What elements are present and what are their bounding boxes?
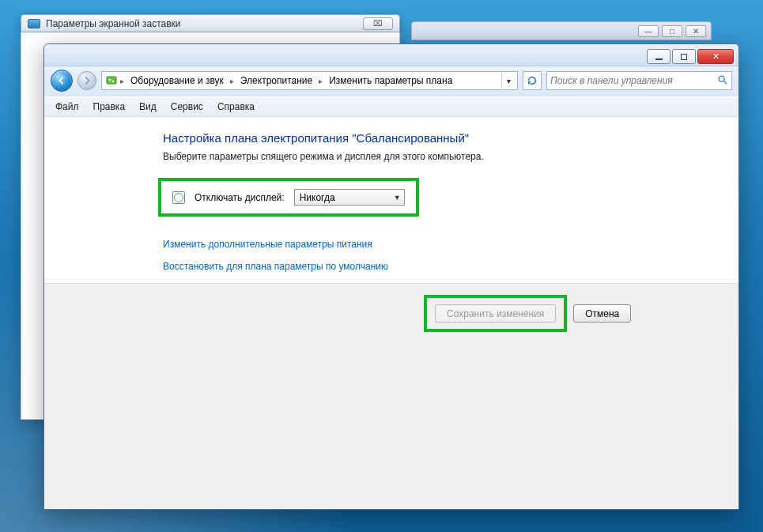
display-timer-icon <box>172 191 185 204</box>
svg-line-4 <box>724 81 727 84</box>
breadcrumb-power-options[interactable]: Электропитание <box>236 74 316 88</box>
forward-button[interactable] <box>77 71 96 90</box>
footer-bar: Сохранить изменения Отмена <box>44 283 738 510</box>
breadcrumb-hardware-sound[interactable]: Оборудование и звук <box>127 74 228 88</box>
search-icon <box>717 74 728 88</box>
menu-service[interactable]: Сервис <box>164 100 210 114</box>
breadcrumb-edit-plan[interactable]: Изменить параметры плана <box>325 74 456 88</box>
turn-off-display-dropdown[interactable]: Никогда ▼ <box>294 189 405 206</box>
breadcrumb-sep-icon: ▸ <box>119 77 125 85</box>
menu-file[interactable]: Файл <box>49 100 85 114</box>
close-icon: ✕ <box>712 51 720 62</box>
screensaver-window-title: Параметры экранной заставки <box>46 18 181 29</box>
menu-help[interactable]: Справка <box>211 100 261 114</box>
svg-rect-0 <box>107 77 116 84</box>
address-bar[interactable]: ▸ Оборудование и звук ▸ Электропитание ▸… <box>101 71 518 90</box>
menu-edit[interactable]: Правка <box>87 100 132 114</box>
svg-point-2 <box>112 81 115 83</box>
turn-off-display-row-highlight: Отключать дисплей: Никогда ▼ <box>158 178 419 217</box>
address-dropdown-button[interactable]: ▾ <box>501 72 516 89</box>
link-advanced-power-settings[interactable]: Изменить дополнительные параметры питани… <box>163 239 738 250</box>
bg-maximize-button[interactable]: □ <box>662 25 682 37</box>
svg-point-1 <box>109 79 111 81</box>
close-button[interactable]: ✕ <box>697 49 734 64</box>
forward-arrow-icon <box>81 75 93 86</box>
menu-view[interactable]: Вид <box>133 100 163 114</box>
menu-bar: Файл Правка Вид Сервис Справка <box>44 96 738 117</box>
minimize-icon <box>655 58 663 60</box>
save-button[interactable]: Сохранить изменения <box>435 304 556 323</box>
screensaver-close-button[interactable]: ⌧ <box>363 17 393 30</box>
minimize-button[interactable] <box>647 49 670 64</box>
maximize-button[interactable] <box>672 49 696 64</box>
button-row: Сохранить изменения Отмена <box>424 295 631 510</box>
refresh-button[interactable] <box>523 71 542 90</box>
navigation-bar: ▸ Оборудование и звук ▸ Электропитание ▸… <box>44 66 738 96</box>
titlebar: ✕ <box>44 44 738 66</box>
control-panel-icon <box>105 74 118 87</box>
caption-buttons: ✕ <box>647 49 734 64</box>
back-arrow-icon <box>56 75 67 86</box>
dropdown-caret-icon: ▼ <box>394 194 401 202</box>
page-subtext: Выберите параметры спящего режима и дисп… <box>163 151 738 162</box>
page-heading: Настройка плана электропитания "Сбаланси… <box>163 131 738 145</box>
breadcrumb-sep-icon: ▸ <box>229 77 235 85</box>
bg-close-button[interactable]: ✕ <box>686 25 706 37</box>
links-section: Изменить дополнительные параметры питани… <box>163 239 738 272</box>
svg-point-3 <box>719 76 724 81</box>
search-box[interactable] <box>546 71 732 90</box>
control-panel-window: ✕ ▸ Оборудование и звук ▸ Электропитание… <box>43 43 739 510</box>
content-area: Настройка плана электропитания "Сбаланси… <box>44 117 738 510</box>
link-restore-defaults[interactable]: Восстановить для плана параметры по умол… <box>163 261 738 272</box>
turn-off-display-value: Никогда <box>300 192 335 203</box>
maximize-icon <box>681 54 687 60</box>
screensaver-settings-window-titlebar: Параметры экранной заставки ⌧ <box>21 14 400 32</box>
screensaver-icon <box>28 19 40 28</box>
turn-off-display-label: Отключать дисплей: <box>195 192 285 203</box>
back-button[interactable] <box>51 70 73 92</box>
save-button-highlight: Сохранить изменения <box>424 295 567 332</box>
bg-minimize-button[interactable]: — <box>638 25 659 37</box>
background-window-titlebar: — □ ✕ <box>411 21 712 40</box>
refresh-icon <box>527 75 538 86</box>
search-input[interactable] <box>550 75 717 86</box>
breadcrumb-sep-icon: ▸ <box>318 77 323 85</box>
cancel-button[interactable]: Отмена <box>573 304 631 323</box>
